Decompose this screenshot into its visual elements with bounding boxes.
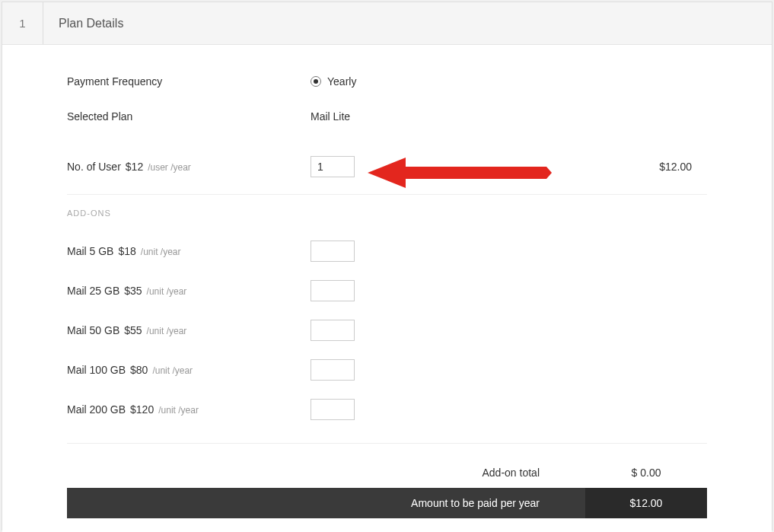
addon-qty-input[interactable] bbox=[311, 320, 355, 341]
addon-unit: /unit /year bbox=[147, 286, 187, 297]
divider bbox=[67, 443, 707, 444]
addon-unit: /unit /year bbox=[141, 247, 181, 257]
addon-unit: /unit /year bbox=[147, 326, 187, 336]
content-area: Payment Frequency Yearly Selected Plan M… bbox=[2, 45, 772, 532]
addon-total-row: Add-on total $ 0.00 bbox=[67, 457, 707, 488]
addon-total-label: Add-on total bbox=[67, 467, 585, 479]
payment-frequency-option[interactable]: Yearly bbox=[311, 75, 508, 88]
amount-total-bar: Amount to be paid per year $12.00 bbox=[67, 488, 707, 518]
frequency-yearly-label: Yearly bbox=[327, 75, 356, 88]
addon-price: $18 bbox=[118, 245, 135, 257]
addon-name: Mail 200 GB bbox=[67, 403, 126, 416]
addon-unit: /unit /year bbox=[158, 405, 199, 416]
addon-qty-input[interactable] bbox=[311, 280, 355, 301]
payment-frequency-row: Payment Frequency Yearly bbox=[67, 68, 707, 95]
addon-price: $55 bbox=[124, 324, 142, 336]
addon-row-mail-5gb: Mail 5 GB $18 /unit /year bbox=[67, 231, 707, 271]
addon-row-mail-50gb: Mail 50 GB $55 /unit /year bbox=[67, 311, 707, 350]
selected-plan-row: Selected Plan Mail Lite bbox=[67, 103, 707, 130]
addon-row-mail-100gb: Mail 100 GB $80 /unit /year bbox=[67, 350, 707, 390]
addon-qty-input[interactable] bbox=[311, 359, 355, 381]
addon-total-value: $ 0.00 bbox=[585, 467, 707, 479]
addons-header: ADD-ONS bbox=[67, 209, 707, 218]
divider bbox=[67, 194, 707, 195]
addon-row-mail-200gb: Mail 200 GB $120 /unit /year bbox=[67, 390, 707, 429]
step-title: Plan Details bbox=[43, 2, 123, 44]
addon-name: Mail 100 GB bbox=[67, 364, 126, 376]
user-count-label: No. of User $12 /user /year bbox=[67, 161, 311, 173]
user-price: $12 bbox=[126, 161, 143, 173]
amount-total-label: Amount to be paid per year bbox=[67, 497, 585, 509]
addon-name: Mail 25 GB bbox=[67, 285, 119, 297]
addon-price: $80 bbox=[130, 364, 148, 376]
addon-row-mail-25gb: Mail 25 GB $35 /unit /year bbox=[67, 271, 707, 311]
amount-total-value: $12.00 bbox=[585, 488, 707, 518]
user-unit: /user /year bbox=[148, 162, 191, 173]
selected-plan-label: Selected Plan bbox=[67, 110, 311, 123]
addon-price: $35 bbox=[124, 285, 142, 297]
user-line-total: $12.00 bbox=[659, 161, 707, 173]
user-qty-input[interactable] bbox=[311, 156, 355, 177]
step-number: 1 bbox=[2, 2, 43, 44]
addon-unit: /unit /year bbox=[152, 365, 193, 376]
addon-qty-input[interactable] bbox=[311, 241, 355, 262]
addon-qty-input[interactable] bbox=[311, 399, 355, 420]
payment-frequency-label: Payment Frequency bbox=[67, 75, 311, 88]
selected-plan-value: Mail Lite bbox=[311, 110, 508, 123]
user-count-row: No. of User $12 /user /year $12.00 bbox=[67, 153, 707, 180]
page-container: 1 Plan Details Payment Frequency Yearly … bbox=[2, 2, 772, 530]
addon-name: Mail 5 GB bbox=[67, 245, 113, 257]
step-header: 1 Plan Details bbox=[2, 2, 772, 45]
num-users-text: No. of User bbox=[67, 161, 121, 173]
addon-name: Mail 50 GB bbox=[67, 324, 119, 336]
radio-selected-icon bbox=[311, 76, 321, 87]
addon-price: $120 bbox=[130, 403, 154, 416]
